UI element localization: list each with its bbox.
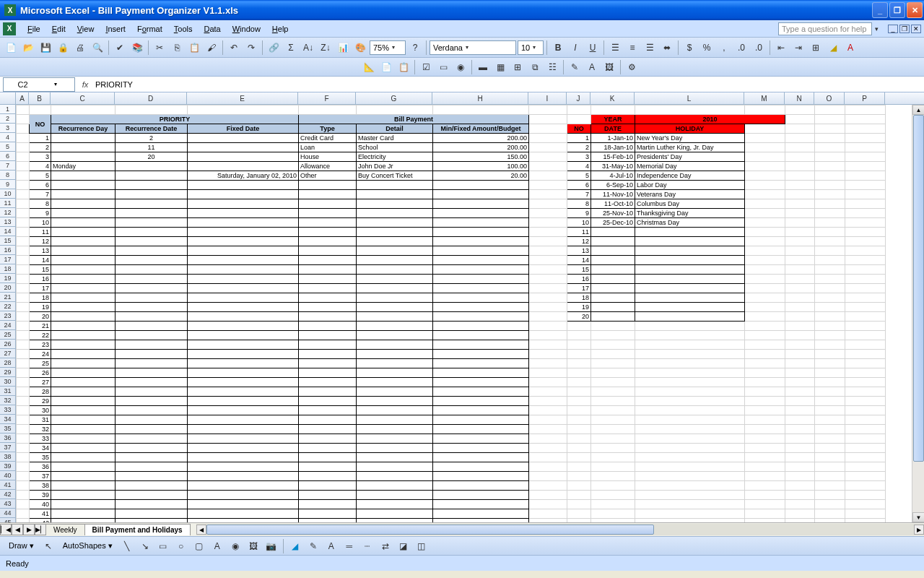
col-header-B[interactable]: B — [29, 92, 51, 104]
font-color-draw-button[interactable]: A — [323, 538, 339, 554]
row-header[interactable]: 24 — [0, 321, 16, 330]
row-header[interactable]: 15 — [0, 236, 16, 246]
drawing-button[interactable]: 🎨 — [352, 40, 368, 56]
row-header[interactable]: 28 — [0, 358, 16, 368]
line-button[interactable]: ╲ — [119, 538, 135, 554]
help-dropdown-icon[interactable]: ▾ — [875, 25, 882, 33]
spelling-button[interactable]: ✔ — [112, 40, 128, 56]
tb2-btn11[interactable]: ✎ — [567, 59, 583, 75]
fill-color-button[interactable]: ◢ — [825, 40, 841, 56]
print-preview-button[interactable]: 🔍 — [90, 40, 105, 56]
row-header[interactable]: 26 — [0, 340, 16, 349]
col-header-F[interactable]: F — [298, 92, 356, 104]
paste-button[interactable]: 📋 — [186, 40, 202, 56]
menu-view[interactable]: View — [71, 22, 100, 35]
menu-tools[interactable]: Tools — [168, 22, 199, 35]
row-header[interactable]: 9 — [0, 180, 16, 189]
tb2-btn14[interactable]: ⚙ — [624, 59, 640, 75]
row-header[interactable]: 41 — [0, 480, 16, 490]
col-header-G[interactable]: G — [356, 92, 432, 104]
col-header-J[interactable]: J — [567, 92, 590, 104]
row-header[interactable]: 6 — [0, 152, 16, 161]
row-header[interactable]: 19 — [0, 274, 16, 283]
col-header-K[interactable]: K — [590, 92, 635, 104]
col-header-A[interactable]: A — [16, 92, 29, 104]
open-button[interactable]: 📂 — [20, 40, 36, 56]
redo-button[interactable]: ↷ — [243, 40, 259, 56]
borders-button[interactable]: ⊞ — [808, 40, 824, 56]
col-header-N[interactable]: N — [785, 92, 814, 104]
tb2-btn12[interactable]: A — [584, 59, 600, 75]
row-header[interactable]: 32 — [0, 396, 16, 405]
percent-button[interactable]: % — [699, 40, 715, 56]
scroll-down-icon[interactable]: ▼ — [912, 512, 924, 522]
col-header-D[interactable]: D — [115, 92, 187, 104]
menu-file[interactable]: File — [22, 22, 46, 35]
rectangle-button[interactable]: ▭ — [155, 538, 171, 554]
hscroll-thumb[interactable] — [206, 525, 654, 535]
zoom-combo[interactable]: 75%▾ — [370, 40, 406, 55]
row-header[interactable]: 12 — [0, 208, 16, 217]
chart-wizard-button[interactable]: 📊 — [335, 40, 351, 56]
row-header[interactable]: 4 — [0, 133, 16, 142]
align-right-button[interactable]: ☰ — [642, 40, 658, 56]
col-header-C[interactable]: C — [51, 92, 115, 104]
tb2-btn10[interactable]: ☷ — [544, 59, 560, 75]
row-header[interactable]: 20 — [0, 283, 16, 293]
row-header[interactable]: 43 — [0, 499, 16, 509]
tb2-btn6[interactable]: ▬ — [475, 59, 491, 75]
col-header-P[interactable]: P — [845, 92, 885, 104]
window-minimize-button[interactable]: _ — [872, 2, 888, 18]
autoshapes-menu[interactable]: AutoShapes ▾ — [58, 540, 117, 552]
hyperlink-button[interactable]: 🔗 — [266, 40, 282, 56]
row-header[interactable]: 8 — [0, 171, 16, 180]
col-header-O[interactable]: O — [814, 92, 845, 104]
tb2-btn8[interactable]: ⊞ — [510, 59, 526, 75]
fill-color-draw-button[interactable]: ◢ — [287, 538, 303, 554]
row-header[interactable]: 44 — [0, 509, 16, 518]
menu-insert[interactable]: Insert — [100, 22, 131, 35]
row-header[interactable]: 45 — [0, 518, 16, 522]
row-header[interactable]: 34 — [0, 415, 16, 424]
increase-indent-button[interactable]: ⇥ — [790, 40, 806, 56]
menu-window[interactable]: Window — [227, 22, 266, 35]
tb2-btn3[interactable]: 📋 — [396, 59, 411, 75]
tb2-btn9[interactable]: ⧉ — [527, 59, 543, 75]
scroll-thumb[interactable] — [913, 115, 924, 462]
col-header-E[interactable]: E — [187, 92, 298, 104]
picture-button[interactable]: 📷 — [263, 538, 279, 554]
shadow-button[interactable]: ◪ — [396, 538, 411, 554]
help-button[interactable]: ? — [407, 40, 423, 56]
row-header[interactable]: 30 — [0, 377, 16, 387]
row-header[interactable]: 13 — [0, 217, 16, 227]
tb2-btn4[interactable]: ▭ — [435, 59, 451, 75]
app-icon[interactable]: X — [3, 22, 16, 35]
research-button[interactable]: 📚 — [129, 40, 145, 56]
select-objects-button[interactable]: ↖ — [40, 538, 56, 554]
menu-help[interactable]: Help — [266, 22, 295, 35]
underline-button[interactable]: U — [585, 40, 601, 56]
tb2-btn5[interactable]: ◉ — [453, 59, 468, 75]
tb2-btn2[interactable]: 📄 — [378, 59, 394, 75]
currency-button[interactable]: $ — [681, 40, 697, 56]
print-button[interactable]: 🖨 — [72, 40, 88, 56]
row-header[interactable]: 5 — [0, 142, 16, 152]
row-header[interactable]: 29 — [0, 368, 16, 377]
row-header[interactable]: 7 — [0, 161, 16, 171]
row-header[interactable]: 38 — [0, 452, 16, 462]
font-color-button[interactable]: A — [842, 40, 858, 56]
menu-data[interactable]: Data — [198, 22, 226, 35]
hscroll-left-icon[interactable]: ◀ — [196, 525, 206, 535]
row-header[interactable]: 21 — [0, 293, 16, 302]
menu-format[interactable]: Format — [131, 22, 168, 35]
tab-prev-button[interactable]: ◀ — [12, 524, 23, 535]
row-header[interactable]: 27 — [0, 349, 16, 358]
font-combo[interactable]: Verdana▾ — [430, 40, 516, 55]
help-search-input[interactable] — [778, 22, 872, 35]
arrow-style-button[interactable]: ⇄ — [378, 538, 393, 554]
child-close-button[interactable]: ✕ — [911, 25, 921, 33]
clipart-button[interactable]: 🖼 — [245, 538, 261, 554]
row-header[interactable]: 2 — [0, 114, 16, 124]
tab-last-button[interactable]: ▶▏ — [35, 524, 46, 535]
row-header[interactable]: 39 — [0, 462, 16, 471]
